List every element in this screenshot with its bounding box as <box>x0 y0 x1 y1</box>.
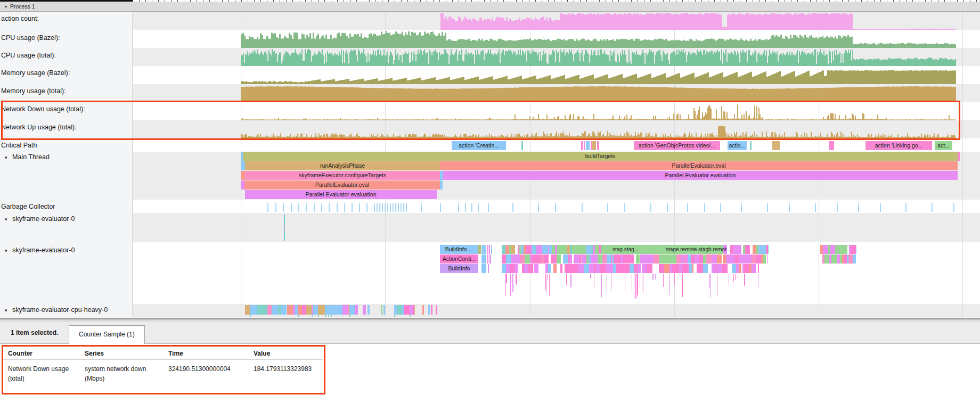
panel-resize-handle[interactable] <box>0 317 980 322</box>
critical-path-chip[interactable] <box>592 141 596 150</box>
gc-tick[interactable] <box>837 203 838 212</box>
gc-tick[interactable] <box>291 203 292 212</box>
main-thread-slice[interactable]: runAnalysisPhase <box>245 161 440 170</box>
gc-tick[interactable] <box>393 203 394 212</box>
evaluator-chip[interactable] <box>659 264 664 273</box>
evaluator-chip[interactable] <box>753 245 757 254</box>
evaluator-chip[interactable] <box>722 264 728 273</box>
gc-tick[interactable] <box>337 203 338 212</box>
cpu-heavy-chip[interactable] <box>397 305 402 315</box>
evaluator-chip[interactable] <box>514 264 518 273</box>
gc-tick[interactable] <box>789 203 790 212</box>
critical-path-chip[interactable] <box>584 141 585 150</box>
evaluator-labeled-chip[interactable]: BuildInfo ... <box>440 245 478 254</box>
evaluator-chip[interactable] <box>487 245 488 254</box>
evaluator-chip[interactable] <box>569 254 572 264</box>
track-area[interactable]: action count:CPU usage (Bazel):CPU usage… <box>0 12 980 317</box>
evaluator-chip[interactable] <box>848 254 853 264</box>
cpu-heavy-chip[interactable] <box>306 305 312 315</box>
cpu-heavy-chip[interactable] <box>333 305 338 315</box>
critical-path-chip[interactable] <box>591 141 592 150</box>
main-thread-slice[interactable]: skyframeExecutor.configureTargets <box>245 171 440 180</box>
evaluator-chip[interactable] <box>830 245 835 254</box>
collapse-arrow-icon[interactable]: ▾ <box>5 217 12 222</box>
cpu-heavy-chip[interactable] <box>338 305 342 315</box>
evaluator-chip[interactable] <box>589 264 594 273</box>
evaluator-chip[interactable] <box>642 264 647 273</box>
cpu-heavy-chip[interactable] <box>422 305 424 315</box>
cpu-heavy-chip[interactable] <box>368 305 370 315</box>
gc-tick[interactable] <box>306 203 307 212</box>
evaluator-chip[interactable] <box>856 245 856 254</box>
evaluator-labeled-chip[interactable]: ActionConti... <box>440 254 478 264</box>
main-thread-slice[interactable]: Parallel Evaluator evaluation <box>443 171 958 180</box>
main-thread-slice[interactable] <box>440 180 443 190</box>
gc-tick[interactable] <box>538 203 539 212</box>
evaluator-chip[interactable] <box>557 254 561 264</box>
evaluator-chip[interactable] <box>595 245 599 254</box>
gc-tick[interactable] <box>624 203 625 212</box>
evaluator-chip[interactable] <box>553 264 557 273</box>
gc-tick[interactable] <box>932 203 933 212</box>
cpu-heavy-chip[interactable] <box>262 305 267 315</box>
gc-tick[interactable] <box>440 203 441 212</box>
cpu-heavy-chip[interactable] <box>313 305 318 315</box>
sidebar-track-label[interactable]: ▾skyframe-evaluator-0 <box>0 246 75 255</box>
counter-chart-network-up-usage-total-[interactable] <box>241 121 959 138</box>
evaluator-chip[interactable] <box>712 264 716 273</box>
evaluator-chip[interactable] <box>712 254 717 264</box>
evaluator-chip[interactable] <box>647 264 652 273</box>
evaluator-chip[interactable] <box>767 254 768 264</box>
evaluator-chip[interactable] <box>650 254 654 264</box>
evaluator-chip[interactable] <box>544 254 549 264</box>
critical-path-chip[interactable]: actio... <box>728 141 747 150</box>
main-thread-slice[interactable] <box>958 152 960 161</box>
evaluator-chip[interactable] <box>823 245 828 254</box>
counter-chart-action-count[interactable] <box>241 13 959 30</box>
evaluator-chip[interactable] <box>739 264 741 273</box>
cpu-heavy-chip[interactable] <box>349 305 355 315</box>
evaluator-chip[interactable] <box>625 264 629 273</box>
evaluator-chip-block[interactable] <box>659 254 676 264</box>
evaluator-chip[interactable] <box>491 245 492 254</box>
critical-path-chip[interactable] <box>750 141 752 150</box>
evaluator-chip[interactable] <box>557 245 561 254</box>
evaluator-chip[interactable] <box>698 264 703 273</box>
gc-tick[interactable] <box>275 203 276 212</box>
evaluator-chip[interactable] <box>573 264 577 273</box>
evaluator-chip[interactable] <box>516 254 520 264</box>
collapse-arrow-icon[interactable]: ▾ <box>5 248 12 253</box>
evaluator-chip[interactable] <box>511 245 515 254</box>
evaluator-chip[interactable] <box>520 254 525 264</box>
gc-tick[interactable] <box>953 203 954 212</box>
gc-tick[interactable] <box>880 203 881 212</box>
critical-path-chip[interactable]: act... <box>935 141 952 150</box>
collapse-arrow-icon[interactable]: ▾ <box>5 308 12 313</box>
evaluator-chip[interactable] <box>717 254 722 264</box>
evaluator-chip[interactable] <box>511 254 516 264</box>
critical-path-chip[interactable] <box>829 141 834 150</box>
gc-tick[interactable] <box>298 203 299 212</box>
evaluator-chip[interactable] <box>703 264 708 273</box>
gc-tick[interactable] <box>406 203 407 212</box>
sidebar-track-label[interactable]: ▾skyframe-evaluator-0 <box>0 215 75 224</box>
evaluator-chip[interactable] <box>481 254 486 264</box>
cpu-heavy-chip[interactable] <box>278 305 282 315</box>
gc-tick[interactable] <box>458 203 459 212</box>
gc-tick[interactable] <box>359 203 360 212</box>
evaluator-chip[interactable] <box>602 254 607 264</box>
gc-tick[interactable] <box>385 203 386 212</box>
evaluator-chip[interactable] <box>598 254 602 264</box>
gc-tick[interactable] <box>555 203 556 212</box>
table-column-header[interactable]: Value <box>254 349 320 358</box>
critical-path-chip[interactable] <box>772 141 780 150</box>
evaluator-chip[interactable] <box>579 254 582 264</box>
cpu-heavy-chip[interactable] <box>381 305 382 315</box>
evaluator-chip[interactable] <box>747 254 752 264</box>
evaluator-chip[interactable] <box>489 254 491 264</box>
evaluator-chip[interactable] <box>638 264 641 273</box>
counter-chart-network-down-usage-total-[interactable] <box>241 103 959 120</box>
gc-tick[interactable] <box>379 203 380 212</box>
critical-path-chip[interactable]: action 'Creatin... <box>452 141 506 150</box>
gc-tick[interactable] <box>401 203 402 212</box>
